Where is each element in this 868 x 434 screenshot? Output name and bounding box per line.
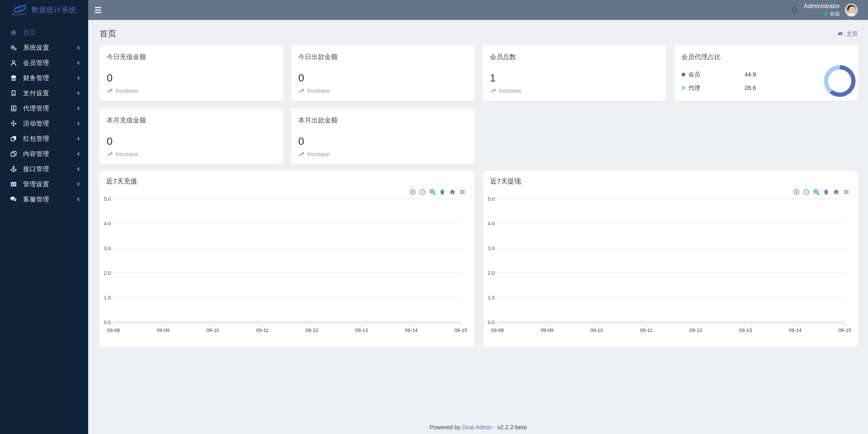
zoom-in-icon[interactable] [409, 189, 416, 196]
stat-card-today-recharge: 今日充值金额 0 Increase [99, 45, 283, 101]
stat-card-title: 今日充值金额 [107, 53, 276, 62]
y-axis-tick: 1.0 [104, 295, 111, 301]
sidebar-item-admin-settings[interactable]: 管理设置 [0, 176, 88, 192]
stat-card-value: 0 [298, 71, 467, 84]
top-header: Administrator 在线 [88, 0, 868, 20]
y-axis-tick: 0.0 [104, 319, 111, 325]
online-status-dot [824, 12, 828, 16]
x-axis-label: 09-14 [789, 327, 801, 333]
series-line-zero [114, 322, 461, 322]
avatar-image [845, 3, 858, 17]
footer: Powered by Dcat Admin · v2.2.2-beta [88, 424, 868, 431]
chevron-left-icon [75, 196, 81, 202]
stat-card-value: 0 [107, 135, 276, 147]
selection-zoom-icon[interactable] [429, 189, 436, 196]
sidebar-item-api-management[interactable]: 接口管理 [0, 161, 88, 176]
x-axis-label: 09-15 [838, 327, 851, 333]
zoom-out-icon[interactable] [419, 189, 426, 196]
line-chart-plot: 5.0 4.0 3.0 2.0 1.0 0.0 09-08 09-09 09-1… [114, 199, 461, 322]
breadcrumb-home-link[interactable]: 主页 [846, 30, 858, 38]
ratio-donut-chart [824, 65, 856, 97]
pan-icon[interactable] [823, 189, 830, 196]
y-axis-tick: 2.0 [104, 270, 111, 276]
sidebar-item-agent-management[interactable]: 代理管理 [0, 101, 88, 116]
x-axis [114, 324, 461, 324]
id-card-icon [10, 180, 17, 188]
stat-card-title: 本月出款金额 [298, 116, 467, 125]
bell-icon[interactable] [790, 6, 799, 14]
chevron-left-icon [75, 181, 81, 187]
x-axis-label: 09-10 [206, 327, 219, 333]
x-axis-label: 09-12 [306, 327, 318, 333]
stat-card-value: 0 [107, 71, 276, 84]
page-title: 首页 [99, 28, 116, 39]
sidebar-item-member-management[interactable]: 会员管理 [0, 55, 88, 70]
user-name: Administrator [804, 3, 840, 10]
chevron-left-icon [75, 121, 81, 126]
sidebar: 首页 系统设置 会员管理 财务管理 支付设置 代理管理 [0, 20, 88, 434]
x-axis-label: 09-08 [491, 327, 504, 333]
brand[interactable]: GALAXY 数据统计系统 [0, 0, 88, 20]
avatar[interactable] [845, 3, 858, 17]
activity-icon [10, 120, 17, 127]
sidebar-item-content-management[interactable]: 内容管理 [0, 146, 88, 161]
sidebar-item-label: 活动管理 [23, 119, 49, 128]
stat-card-title: 会员总数 [490, 53, 659, 62]
sidebar-item-label: 财务管理 [23, 74, 49, 82]
zoom-out-icon[interactable] [803, 189, 810, 196]
x-axis-label: 09-12 [689, 327, 702, 333]
chart-title: 近7天充值 [106, 177, 137, 186]
sidebar-item-red-packet-management[interactable]: 红包管理 [0, 131, 88, 146]
trending-up-icon [298, 151, 305, 158]
sidebar-item-label: 代理管理 [23, 104, 49, 113]
x-axis [498, 324, 845, 324]
sidebar-item-label: 会员管理 [23, 59, 49, 67]
sidebar-item-finance-management[interactable]: 财务管理 [0, 70, 88, 86]
chart-toolbar [409, 189, 466, 196]
sidebar-item-label: 接口管理 [23, 165, 49, 173]
sidebar-item-customer-service[interactable]: 客服管理 [0, 192, 88, 207]
ratio-card-title: 会员代理占比 [682, 53, 852, 62]
stat-card-today-payout: 今日出款金额 0 Increase [291, 45, 475, 101]
sidebar-item-activity-management[interactable]: 活动管理 [0, 116, 88, 131]
sidebar-item-label: 支付设置 [23, 89, 49, 97]
sidebar-item-payment-settings[interactable]: 支付设置 [0, 86, 88, 101]
chevron-left-icon [75, 166, 81, 172]
stat-card-month-payout: 本月出款金额 0 Increase [291, 109, 475, 164]
sidebar-item-label: 红包管理 [23, 135, 49, 143]
sidebar-toggle-menu-icon[interactable] [95, 4, 107, 16]
x-axis-label: 09-13 [355, 327, 368, 333]
footer-dcat-admin-link[interactable]: Dcat Admin [462, 424, 492, 431]
sidebar-item-system-settings[interactable]: 系统设置 [0, 40, 88, 55]
trending-up-icon [107, 88, 114, 94]
bookmark-icon [10, 90, 17, 97]
stat-card-trend-label: Increase [307, 87, 330, 94]
menu-icon[interactable] [459, 189, 466, 196]
legend-dot [682, 86, 685, 90]
brand-title: 数据统计系统 [32, 5, 76, 15]
footer-version: v2.2.2-beta [497, 424, 527, 431]
home-reset-icon[interactable] [833, 189, 840, 196]
pan-icon[interactable] [439, 189, 446, 196]
user-icon [10, 59, 17, 66]
menu-icon[interactable] [843, 189, 850, 196]
sidebar-item-home[interactable]: 首页 [0, 25, 88, 40]
user-menu[interactable]: Administrator 在线 [804, 3, 840, 18]
y-axis-tick: 3.0 [488, 245, 495, 251]
dashboard-icon [837, 30, 844, 37]
home-icon [10, 29, 17, 36]
chevron-left-icon [75, 90, 81, 96]
chevron-left-icon [75, 106, 81, 111]
breadcrumb[interactable]: 主页 [837, 30, 858, 38]
home-reset-icon[interactable] [449, 189, 456, 196]
stat-card-month-recharge: 本月充值金额 0 Increase [99, 109, 283, 164]
zoom-in-icon[interactable] [793, 189, 800, 196]
chart-toolbar [793, 189, 850, 196]
y-axis-tick: 5.0 [104, 196, 111, 202]
stat-card-total-members: 会员总数 1 Increase [483, 45, 666, 101]
legend-value: 44.9 [745, 71, 756, 78]
address-book-icon [10, 105, 17, 112]
chevron-left-icon [75, 136, 81, 142]
selection-zoom-icon[interactable] [813, 189, 820, 196]
legend-item-agent: 代理 28.6 [682, 84, 756, 92]
